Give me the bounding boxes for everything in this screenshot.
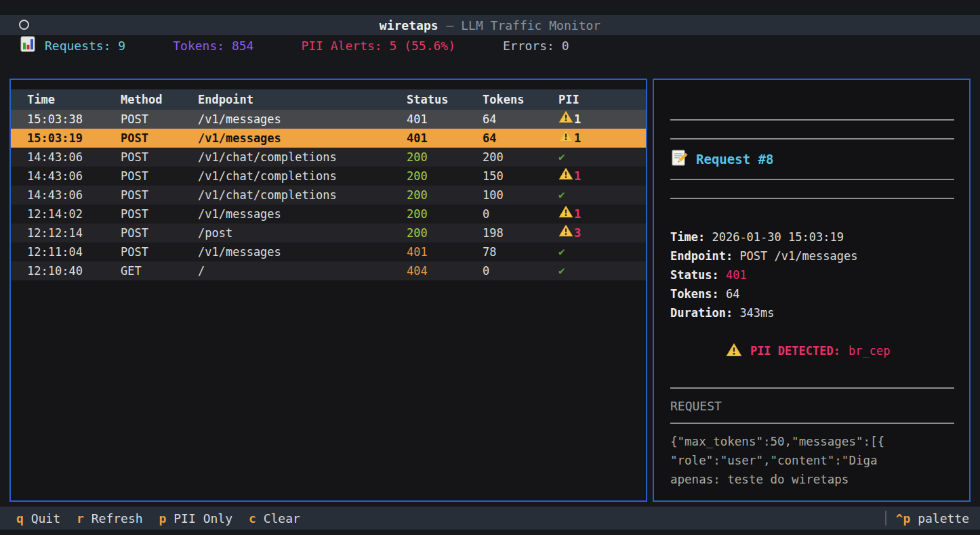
shortcut-key: p [159, 511, 167, 526]
cell-time: 12:11:04 [27, 242, 121, 261]
cell-pii: 3 [558, 223, 646, 242]
footer-shortcut-refresh[interactable]: r Refresh [77, 511, 143, 526]
cell-method: POST [121, 242, 198, 261]
cell-method: POST [121, 205, 198, 223]
cell-method: POST [121, 223, 198, 242]
cell-time: 14:43:06 [27, 186, 121, 205]
table-row[interactable]: 12:14:02POST/v1/messages20001 [11, 205, 646, 223]
warning-icon [558, 223, 573, 242]
pii-alert-value: br_cep [849, 344, 890, 358]
app-title: wiretaps [380, 18, 438, 33]
app-subtitle: — LLM Traffic Monitor [447, 18, 601, 33]
palette-key: ^p [896, 511, 911, 526]
cell-method: POST [121, 110, 198, 129]
warning-icon [558, 129, 573, 148]
footer-shortcut-pii-only[interactable]: p PII Only [159, 511, 232, 526]
footer-right: ^p palette [885, 511, 980, 526]
table-row[interactable]: 12:11:04POST/v1/messages40178✔ [11, 242, 646, 261]
table-row[interactable]: 14:43:06POST/v1/chat/completions200100✔ [11, 186, 646, 205]
cell-endpoint: /v1/messages [198, 129, 407, 148]
col-header-time[interactable]: Time [27, 89, 121, 110]
shortcut-key: c [249, 511, 256, 526]
col-header-tokens[interactable]: Tokens [483, 89, 558, 110]
cell-status: 200 [407, 148, 483, 167]
detail-field: Time: 2026-01-30 15:03:19 [670, 228, 954, 247]
table-row[interactable]: 12:12:14POST/post2001983 [11, 223, 646, 242]
request-section-title: REQUEST [670, 397, 954, 416]
detail-title-text: Request #8 [696, 152, 773, 167]
cell-time: 15:03:19 [27, 129, 121, 148]
cell-endpoint: /v1/messages [198, 242, 407, 261]
shortcut-key: q [16, 511, 24, 526]
col-header-pii[interactable]: PII [558, 89, 646, 110]
cell-method: GET [121, 261, 198, 280]
cell-tokens: 150 [483, 167, 558, 186]
cell-tokens: 64 [483, 129, 558, 148]
detail-field-label: Time: [670, 230, 705, 244]
cell-pii: 1 [558, 129, 646, 148]
footer-keybar: q Quitr Refreshp PII Onlyc Clear ^p pale… [0, 507, 980, 530]
cell-endpoint: /v1/chat/completions [198, 167, 407, 186]
cell-pii: 1 [558, 110, 646, 129]
detail-field-value: 401 [726, 268, 747, 282]
check-icon: ✔ [558, 242, 565, 261]
table-row[interactable]: 12:10:40GET/4040✔ [11, 261, 646, 280]
cell-tokens: 78 [483, 242, 558, 261]
shortcut-key: r [77, 511, 84, 526]
cell-pii: ✔ [558, 148, 646, 167]
cell-endpoint: /v1/messages [198, 110, 407, 129]
cell-tokens: 200 [483, 148, 558, 167]
request-body-line: {"max_tokens":50,"messages":[{ [670, 432, 954, 451]
col-header-endpoint[interactable]: Endpoint [198, 89, 407, 110]
cell-endpoint: /post [198, 223, 407, 242]
footer-shortcut-quit[interactable]: q Quit [16, 511, 60, 526]
col-header-method[interactable]: Method [121, 89, 198, 110]
cell-tokens: 64 [483, 110, 558, 129]
detail-field: Duration: 343ms [670, 303, 954, 322]
palette-shortcut[interactable]: ^p palette [896, 511, 969, 526]
check-icon: ✔ [558, 148, 565, 167]
title-bar: wiretaps — LLM Traffic Monitor [0, 15, 980, 35]
stats-bar: Requests: 9 Tokens: 854 PII Alerts: 5 (5… [0, 35, 980, 56]
footer-separator [885, 511, 886, 526]
request-body[interactable]: {"max_tokens":50,"messages":[{"role":"us… [670, 432, 954, 489]
cell-endpoint: /v1/chat/completions [198, 148, 407, 167]
check-icon: ✔ [558, 186, 565, 205]
warning-icon [558, 110, 573, 129]
palette-label: palette [918, 511, 969, 526]
detail-field: Status: 401 [670, 265, 954, 284]
shortcut-label: Quit [31, 511, 60, 526]
warning-icon [558, 167, 573, 186]
cell-endpoint: /v1/messages [198, 205, 407, 223]
table-header: Time Method Endpoint Status Tokens PII [11, 89, 646, 110]
stat-pii-alerts: PII Alerts: 5 (55.6%) [301, 39, 455, 53]
table-row[interactable]: 14:43:06POST/v1/chat/completions2001501 [11, 167, 646, 186]
cell-pii: ✔ [558, 242, 646, 261]
detail-title: Request #8 [670, 149, 954, 169]
pii-count: 1 [574, 110, 581, 129]
detail-fields: Time: 2026-01-30 15:03:19Endpoint: POST … [670, 228, 954, 322]
stat-tokens: Tokens: 854 [173, 39, 253, 53]
cell-method: POST [121, 186, 198, 205]
table-row[interactable]: 15:03:38POST/v1/messages401641 [11, 110, 646, 129]
detail-field-value: 343ms [739, 306, 774, 320]
table-row[interactable]: 15:03:19POST/v1/messages401641 [11, 129, 646, 148]
table-row[interactable]: 14:43:06POST/v1/chat/completions200200✔ [11, 148, 646, 167]
bar-chart-icon [20, 36, 35, 55]
cell-tokens: 0 [483, 205, 558, 223]
footer-shortcut-clear[interactable]: c Clear [249, 511, 300, 526]
memo-icon [670, 149, 688, 169]
stat-errors: Errors: 0 [503, 39, 569, 53]
cell-endpoint: / [198, 261, 407, 280]
divider [670, 198, 954, 199]
col-header-status[interactable]: Status [407, 89, 483, 110]
cell-tokens: 198 [483, 223, 558, 242]
window-circle-icon[interactable] [19, 20, 29, 30]
cell-status: 404 [407, 261, 483, 280]
detail-field-value: 2026-01-30 15:03:19 [712, 230, 843, 244]
cell-pii: ✔ [558, 186, 646, 205]
cell-status: 200 [407, 223, 483, 242]
cell-status: 401 [407, 129, 483, 148]
cell-time: 12:12:14 [27, 223, 121, 242]
warning-icon [558, 205, 573, 223]
